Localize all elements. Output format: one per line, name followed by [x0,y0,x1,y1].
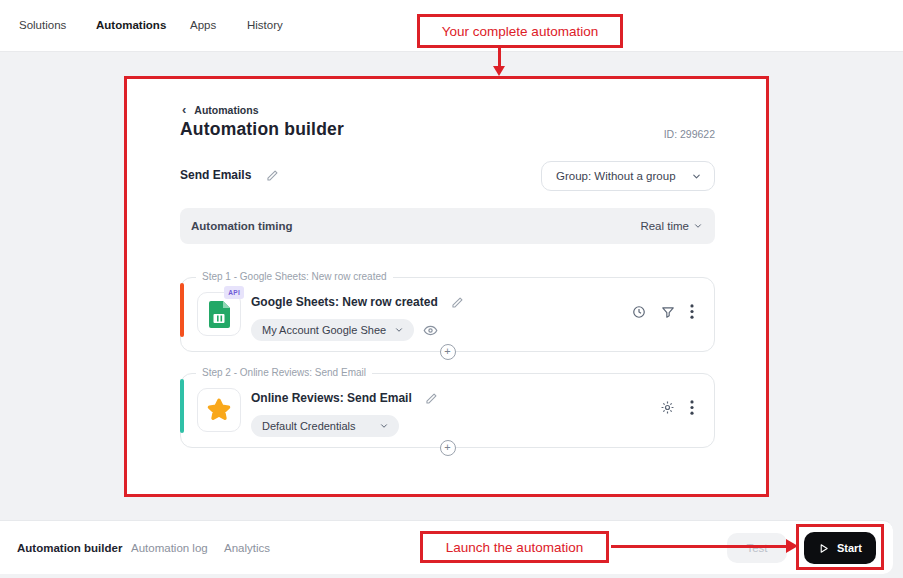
step-2-actions [660,400,694,415]
schedule-clock-icon[interactable] [632,305,646,319]
preview-eye-icon[interactable] [423,323,438,338]
step-2-accent-bar [180,379,184,433]
annotation-arrow-down-head [493,66,505,76]
annotation-launch-automation: Launch the automation [420,531,609,563]
timing-label: Automation timing [191,220,293,232]
step-2-title-row: Online Reviews: Send Email [251,391,438,405]
chevron-down-icon [693,221,703,231]
automation-builder-panel: ‹ Automations Automation builder ID: 299… [124,76,769,497]
more-kebab-icon[interactable] [690,400,694,415]
nav-item-apps[interactable]: Apps [190,19,216,31]
connection-select-value: Default Credentials [262,420,356,432]
annotation-start-outline: Start [796,524,884,570]
chevron-down-icon [379,421,389,431]
online-reviews-app-icon[interactable] [197,388,241,432]
step-1-title-row: Google Sheets: New row created [251,295,464,309]
annotation-arrow-right-line [611,545,787,548]
google-sheets-icon [209,301,230,328]
nav-item-history[interactable]: History [247,19,283,31]
chevron-down-icon [394,325,404,335]
step-2-title: Online Reviews: Send Email [251,391,412,405]
start-button-label: Start [837,542,862,554]
group-select[interactable]: Group: Without a group [541,161,715,191]
google-sheets-app-icon[interactable]: API [197,292,241,336]
step-1-title: Google Sheets: New row created [251,295,438,309]
connection-select-value: My Account Google Shee [262,324,386,336]
annotation-arrow-down-line [498,48,501,67]
nav-item-automations[interactable]: Automations [96,19,166,31]
tab-automation-builder[interactable]: Automation builder [17,542,122,554]
tab-analytics[interactable]: Analytics [224,542,270,554]
step-1-connection-row: My Account Google Shee [251,319,438,341]
breadcrumb[interactable]: ‹ Automations [182,104,259,116]
add-step-plus-icon[interactable]: + [440,440,456,456]
play-icon [818,543,829,554]
add-step-plus-icon[interactable]: + [440,344,456,360]
edit-step-pencil-icon[interactable] [451,296,464,309]
api-badge: API [224,286,244,299]
breadcrumb-label: Automations [194,104,258,116]
group-select-value: Group: Without a group [556,170,676,182]
step-card-1: Step 1 - Google Sheets: New row created … [180,277,715,352]
back-chevron-icon: ‹ [182,105,186,115]
step-1-legend: Step 1 - Google Sheets: New row created [196,271,393,282]
step-2-legend: Step 2 - Online Reviews: Send Email [196,367,372,378]
timing-select-value: Real time [640,220,689,232]
online-reviews-star-icon [206,397,232,423]
automation-name-label: Send Emails [180,168,251,182]
edit-name-pencil-icon[interactable] [266,169,279,182]
filter-funnel-icon[interactable] [661,305,675,319]
annotation-complete-automation: Your complete automation [417,14,623,48]
automation-id: ID: 299622 [664,128,715,140]
step-1-actions [632,304,694,319]
settings-gear-icon[interactable] [660,400,675,415]
timing-select[interactable]: Real time [640,220,703,232]
test-button[interactable]: Test [727,533,787,563]
step-2-connection-row: Default Credentials [251,415,399,437]
start-button[interactable]: Start [804,532,876,564]
automation-timing-bar: Automation timing Real time [180,208,715,244]
tab-automation-log[interactable]: Automation log [131,542,208,554]
edit-step-pencil-icon[interactable] [425,392,438,405]
nav-item-solutions[interactable]: Solutions [19,19,66,31]
step-card-2: Step 2 - Online Reviews: Send Email Onli… [180,373,715,448]
automation-name-row: Send Emails [180,168,279,182]
connection-select[interactable]: Default Credentials [251,415,399,437]
step-1-accent-bar [180,283,184,337]
connection-select[interactable]: My Account Google Shee [251,319,414,341]
page-title: Automation builder [180,119,344,140]
chevron-down-icon [691,171,702,182]
more-kebab-icon[interactable] [690,304,694,319]
